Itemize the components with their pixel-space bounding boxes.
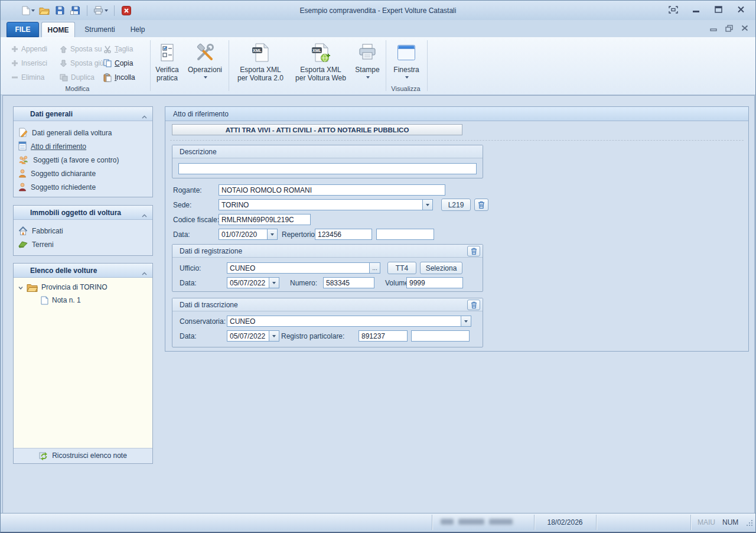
trascrizione-data-dropdown-button[interactable] bbox=[269, 330, 279, 342]
sposta-su-button[interactable]: Sposta su bbox=[57, 43, 104, 56]
sidebar-item-soggetto-richiedente[interactable]: Soggetto richiedente bbox=[18, 180, 96, 193]
registrazione-data-dropdown-button[interactable] bbox=[269, 277, 279, 288]
sidebar-item-dati-generali-voltura[interactable]: Dati generali della voltura bbox=[18, 126, 112, 139]
ufficio-code-button[interactable]: TT4 bbox=[387, 262, 416, 274]
data-atto-input[interactable] bbox=[219, 229, 268, 240]
resize-grip[interactable] bbox=[745, 519, 754, 529]
close-button[interactable] bbox=[734, 4, 747, 15]
copia-button[interactable]: Copia bbox=[101, 57, 135, 70]
collapse-chevron-icon[interactable] bbox=[142, 112, 147, 121]
elimina-button[interactable]: Elimina bbox=[9, 71, 47, 84]
statusbar-date: 18/02/2026 bbox=[534, 518, 596, 526]
codice-fiscale-input[interactable] bbox=[219, 214, 311, 225]
finestra-caret-icon bbox=[405, 76, 409, 79]
sidebar-item-soggetti[interactable]: Soggetti (a favore e contro) bbox=[18, 153, 119, 166]
document-window-controls bbox=[710, 25, 748, 34]
panel-immobili-header[interactable]: Immobili oggetto di voltura bbox=[14, 206, 152, 220]
svg-text:XML: XML bbox=[312, 48, 322, 53]
numero-input[interactable] bbox=[323, 277, 374, 288]
ribbon-separator bbox=[386, 40, 386, 91]
tree-node-nota-1[interactable]: Nota n. 1 bbox=[41, 294, 81, 306]
trascrizione-data-input[interactable] bbox=[227, 330, 269, 342]
registrazione-data-label: Data: bbox=[180, 277, 197, 287]
fit-screen-button[interactable] bbox=[667, 4, 680, 15]
tab-file[interactable]: FILE bbox=[6, 22, 39, 37]
descrizione-input[interactable] bbox=[178, 163, 477, 174]
sede-combo-input[interactable] bbox=[219, 199, 423, 210]
collapse-chevron-icon[interactable] bbox=[142, 269, 147, 277]
appendi-button[interactable]: Appendi bbox=[9, 43, 50, 56]
trash-icon bbox=[471, 248, 477, 255]
sede-code-button[interactable]: L219 bbox=[441, 199, 471, 211]
ufficio-browse-button[interactable]: ... bbox=[370, 262, 380, 274]
save-button[interactable] bbox=[54, 4, 66, 18]
save-as-button[interactable] bbox=[69, 4, 81, 18]
repertorio-extra-input[interactable] bbox=[376, 229, 434, 240]
tab-strumenti[interactable]: Strumenti bbox=[80, 22, 120, 37]
statusbar-separator bbox=[596, 515, 597, 530]
operazioni-caret-icon bbox=[204, 76, 207, 79]
incolla-button[interactable]: Incolla bbox=[101, 71, 138, 84]
new-document-icon bbox=[22, 6, 30, 15]
ufficio-combo-input[interactable] bbox=[227, 262, 370, 274]
sede-label: Sede: bbox=[173, 199, 191, 209]
panel-elenco-header[interactable]: Elenco delle volture bbox=[14, 264, 152, 278]
sidebar-item-atto-di-riferimento[interactable]: Atto di riferimento bbox=[18, 139, 86, 152]
open-button[interactable] bbox=[38, 4, 50, 18]
collapse-chevron-icon[interactable] bbox=[142, 211, 147, 219]
registrazione-clear-button[interactable] bbox=[467, 246, 480, 256]
arrow-down-icon bbox=[60, 60, 67, 67]
trascrizione-clear-button[interactable] bbox=[467, 300, 480, 310]
exit-button[interactable] bbox=[120, 4, 132, 18]
registrazione-data-input[interactable] bbox=[227, 277, 269, 288]
rogante-label: Rogante: bbox=[173, 184, 202, 194]
data-atto-label: Data: bbox=[173, 229, 190, 239]
operazioni-button[interactable]: Operazioni bbox=[185, 39, 225, 93]
copy-icon bbox=[103, 59, 112, 67]
minimize-button[interactable] bbox=[689, 4, 702, 15]
dati-registrazione-title: Dati di registrazione bbox=[172, 245, 483, 258]
sidebar-item-soggetto-dichiarante[interactable]: Soggetto dichiarante bbox=[18, 167, 96, 180]
print-button[interactable] bbox=[93, 4, 108, 18]
esporta-xml-voltura-web-button[interactable]: XML Esporta XML per Voltura Web bbox=[291, 39, 350, 93]
taglia-button[interactable]: Taglia bbox=[101, 43, 135, 56]
registro-extra-input[interactable] bbox=[411, 330, 470, 342]
land-parcel-icon bbox=[18, 240, 28, 248]
doc-close-button[interactable] bbox=[741, 25, 748, 34]
doc-restore-button[interactable] bbox=[725, 25, 733, 34]
registro-particolare-input[interactable] bbox=[359, 330, 408, 342]
sidebar-item-terreni[interactable]: Terreni bbox=[18, 238, 54, 251]
volume-input[interactable] bbox=[406, 277, 463, 288]
conservatoria-dropdown-button[interactable] bbox=[461, 316, 471, 327]
maximize-button[interactable] bbox=[712, 4, 725, 15]
conservatoria-combo-input[interactable] bbox=[227, 316, 461, 327]
sidebar-item-fabbricati[interactable]: Fabbricati bbox=[18, 224, 63, 237]
sede-dropdown-button[interactable] bbox=[423, 199, 433, 210]
ribbon: Appendi Inserisci Elimina Sposta su Spos… bbox=[1, 37, 755, 95]
tab-home[interactable]: HOME bbox=[41, 22, 75, 37]
print-caret-icon bbox=[105, 9, 108, 12]
esporta-xml-voltura20-button[interactable]: XML Esporta XML per Voltura 2.0 bbox=[232, 39, 289, 93]
tree-expander-icon[interactable] bbox=[18, 283, 23, 291]
panel-dati-generali-header[interactable]: Dati generali bbox=[14, 107, 152, 121]
repertorio-input[interactable] bbox=[315, 229, 372, 240]
ricostruisci-elenco-note-button[interactable]: Ricostruisci elenco note bbox=[14, 448, 152, 463]
doc-minimize-button[interactable] bbox=[710, 25, 717, 34]
rogante-input[interactable] bbox=[219, 184, 445, 196]
window-title: Esempio compravendita - Expert Volture C… bbox=[300, 6, 457, 15]
paste-icon bbox=[103, 73, 112, 82]
new-document-button[interactable] bbox=[22, 4, 35, 18]
sposta-giu-button[interactable]: Sposta giù bbox=[57, 57, 106, 70]
statusbar-caps-indicator: MAIU bbox=[698, 518, 715, 526]
inserisci-button[interactable]: Inserisci bbox=[9, 57, 50, 70]
qat-separator bbox=[114, 5, 115, 16]
tab-help[interactable]: Help bbox=[125, 22, 151, 37]
verifica-pratica-button[interactable]: Verifica pratica bbox=[152, 39, 183, 93]
tree-node-provincia-torino[interactable]: Provincia di TORINO bbox=[18, 281, 107, 293]
ufficio-seleziona-button[interactable]: Seleziona bbox=[420, 262, 462, 274]
sede-clear-button[interactable] bbox=[474, 199, 488, 211]
data-atto-dropdown-button[interactable] bbox=[268, 229, 278, 240]
duplica-button[interactable]: Duplica bbox=[57, 71, 97, 84]
statusbar-separator bbox=[432, 515, 432, 530]
stampe-button[interactable]: Stampe bbox=[351, 39, 383, 93]
